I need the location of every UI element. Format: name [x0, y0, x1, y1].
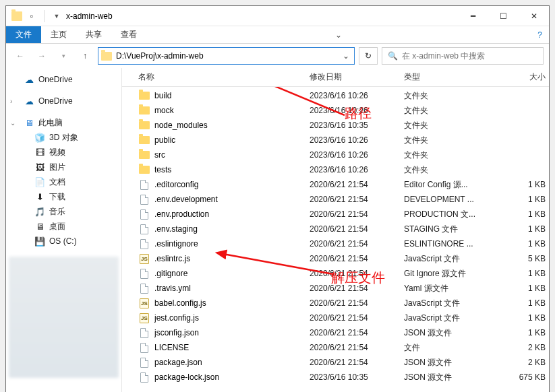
file-icon	[140, 209, 148, 220]
file-size: 1 KB	[505, 239, 546, 249]
file-row[interactable]: .gitignore2020/6/21 21:54Git Ignore 源文件1…	[122, 266, 549, 281]
close-button[interactable]: ✕	[519, 6, 549, 26]
file-row[interactable]: public2023/6/16 10:26文件夹	[122, 133, 549, 148]
file-row[interactable]: .env.production2020/6/21 21:54PRODUCTION…	[122, 207, 549, 222]
file-row[interactable]: .travis.yml2020/6/21 21:54Yaml 源文件1 KB	[122, 281, 549, 296]
sidebar-item[interactable]: 🧊3D 对象	[9, 130, 119, 145]
file-icon	[140, 358, 148, 368]
file-name: package.json	[154, 358, 310, 367]
sidebar-item[interactable]: 🎵音乐	[9, 204, 119, 219]
chevron-down-icon[interactable]: ⌄	[10, 119, 16, 127]
tab-file[interactable]: 文件	[6, 26, 41, 43]
folder-icon	[139, 92, 150, 100]
address-input[interactable]	[116, 48, 337, 63]
nav-recent-icon[interactable]: ▾	[55, 47, 72, 65]
column-size[interactable]: 大小	[505, 71, 546, 83]
file-type: STAGING 文件	[404, 224, 505, 235]
file-row[interactable]: .env.staging2020/6/21 21:54STAGING 文件1 K…	[122, 222, 549, 236]
file-type: Git Ignore 源文件	[404, 268, 505, 280]
file-row[interactable]: src2023/6/16 10:26文件夹	[122, 148, 549, 162]
js-icon: JS	[140, 313, 149, 323]
sidebar-item[interactable]: ⬇下载	[9, 189, 119, 204]
tab-view[interactable]: 查看	[111, 26, 146, 43]
sidebar-item[interactable]: 🖥桌面	[9, 219, 119, 234]
chevron-right-icon[interactable]: ›	[10, 98, 12, 105]
dropdown-icon[interactable]: ▼	[51, 11, 62, 22]
file-name: LICENSE	[154, 343, 310, 352]
file-row[interactable]: LICENSE2020/6/21 21:54文件2 KB	[122, 340, 549, 355]
js-icon: JS	[140, 254, 149, 264]
sidebar-onedrive[interactable]: ☁OneDrive	[9, 72, 119, 87]
file-row[interactable]: package-lock.json2023/6/16 10:35JSON 源文件…	[122, 370, 549, 385]
file-date: 2020/6/21 21:54	[310, 254, 404, 263]
file-date: 2023/6/16 10:26	[310, 165, 404, 174]
file-row[interactable]: .env.development2020/6/21 21:54DEVELOPME…	[122, 192, 549, 207]
file-size: 675 KB	[505, 372, 546, 382]
file-date: 2023/6/16 10:35	[310, 121, 404, 130]
sidebar-item[interactable]: 📄文档	[9, 174, 119, 189]
file-name: .env.production	[154, 209, 310, 219]
minimize-button[interactable]: ━	[458, 6, 488, 26]
file-type: Yaml 源文件	[404, 283, 505, 294]
item-icon: 💾	[34, 236, 45, 247]
file-row[interactable]: JSjest.config.js2020/6/21 21:54JavaScrip…	[122, 311, 549, 325]
file-date: 2020/6/21 21:54	[310, 269, 404, 278]
file-row[interactable]: package.json2020/6/21 21:54JSON 源文件2 KB	[122, 355, 549, 370]
file-size: 2 KB	[505, 358, 546, 367]
file-row[interactable]: jsconfig.json2020/6/21 21:54JSON 源文件1 KB	[122, 325, 549, 340]
file-size: 1 KB	[505, 298, 546, 308]
file-icon	[140, 180, 148, 190]
cloud-icon: ☁	[24, 74, 34, 85]
file-row[interactable]: JS.eslintrc.js2020/6/21 21:54JavaScript …	[122, 251, 549, 266]
file-row[interactable]: tests2023/6/16 10:26文件夹	[122, 162, 549, 177]
column-type[interactable]: 类型	[404, 71, 505, 83]
nav-forward-button[interactable]: →	[33, 47, 51, 65]
tab-share[interactable]: 共享	[76, 26, 111, 43]
file-row[interactable]: node_modules2023/6/16 10:35文件夹	[122, 118, 549, 133]
maximize-button[interactable]: ☐	[488, 6, 519, 26]
file-row[interactable]: .eslintignore2020/6/21 21:54ESLINTIGNORE…	[122, 236, 549, 251]
sidebar-thispc[interactable]: ⌄🖥此电脑	[9, 115, 119, 130]
sidebar-item[interactable]: 🖼图片	[9, 160, 119, 174]
quick-access-icon[interactable]: ▫	[26, 11, 37, 22]
item-icon: 🖼	[34, 162, 45, 172]
file-name: .gitignore	[154, 269, 310, 278]
file-type: JSON 源文件	[404, 357, 505, 368]
sidebar-item[interactable]: 🎞视频	[9, 145, 119, 160]
sidebar-item-label: OS (C:)	[49, 236, 77, 246]
item-icon: 🎞	[34, 147, 45, 158]
item-icon: 🧊	[34, 132, 45, 143]
sidebar-item-label: 下载	[49, 191, 65, 203]
refresh-button[interactable]: ↻	[359, 47, 378, 65]
ribbon-help-icon[interactable]: ?	[531, 26, 549, 43]
ribbon-expand-icon[interactable]: ⌄	[328, 26, 349, 43]
file-row[interactable]: JSbabel.config.js2020/6/21 21:54JavaScri…	[122, 296, 549, 311]
titlebar: ▫ ▼ x-admin-web ━ ☐ ✕	[6, 6, 549, 26]
file-size: 5 KB	[505, 254, 546, 263]
nav-back-button[interactable]: ←	[11, 47, 29, 65]
file-type: 文件夹	[404, 90, 505, 102]
file-icon	[140, 284, 148, 294]
file-type: DEVELOPMENT ...	[404, 195, 505, 204]
file-date: 2020/6/21 21:54	[310, 239, 404, 249]
sidebar-onedrive[interactable]: ›☁OneDrive	[9, 94, 119, 108]
address-dropdown-icon[interactable]: ⌄	[341, 51, 351, 61]
file-icon	[140, 195, 148, 205]
column-name[interactable]: 名称	[138, 71, 310, 83]
js-icon: JS	[140, 298, 149, 308]
file-list[interactable]: 路径 解压文件 build2023/6/16 10:26文件夹mock2023/…	[122, 87, 549, 392]
sidebar-item[interactable]: 💾OS (C:)	[9, 234, 119, 249]
file-row[interactable]: .editorconfig2020/6/21 21:54Editor Confi…	[122, 177, 549, 192]
nav-up-button[interactable]: ↑	[76, 47, 94, 65]
file-date: 2020/6/21 21:54	[310, 328, 404, 337]
column-date[interactable]: 修改日期	[310, 71, 404, 83]
file-row[interactable]: build2023/6/16 10:26文件夹	[122, 88, 549, 103]
search-box[interactable]: 🔍 在 x-admin-web 中搜索	[382, 47, 544, 65]
file-row[interactable]: mock2023/6/16 10:26文件夹	[122, 103, 549, 118]
file-name: build	[154, 91, 310, 100]
file-size: 1 KB	[505, 209, 546, 219]
file-date: 2020/6/21 21:54	[310, 343, 404, 352]
address-bar[interactable]: ⌄	[98, 47, 355, 65]
file-type: PRODUCTION 文...	[404, 209, 505, 220]
tab-home[interactable]: 主页	[41, 26, 76, 43]
